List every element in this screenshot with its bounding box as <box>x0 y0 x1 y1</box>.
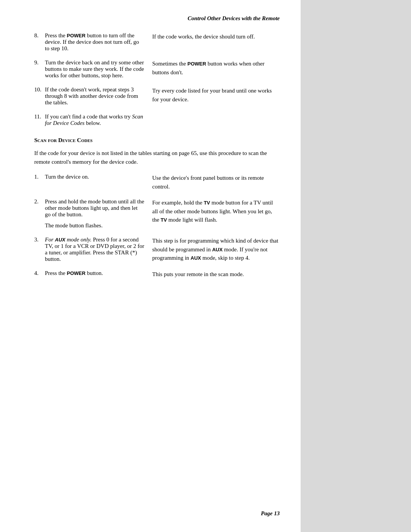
page-number: Page 13 <box>261 510 280 516</box>
step-9-text: Turn the device back on and try some oth… <box>45 59 145 79</box>
step-9-right-text: Sometimes the POWER button works when ot… <box>152 59 280 77</box>
scan-step-3-left: 3. For AUX mode only. Press 0 for a seco… <box>34 236 152 262</box>
scan-step-3-row: 3. For AUX mode only. Press 0 for a seco… <box>34 236 280 262</box>
scan-italic: Scan for Device Codes <box>45 113 143 126</box>
step-10-right-text: Try every code listed for your brand unt… <box>152 86 280 104</box>
step-11-number: 11. <box>34 113 45 126</box>
power-bold-8: POWER <box>67 33 86 38</box>
tv-bold-1: TV <box>204 200 210 206</box>
step-11-right <box>152 113 280 126</box>
power-bold-9: POWER <box>188 61 206 67</box>
step-9-row: 9. Turn the device back on and try some … <box>34 59 280 79</box>
scan-step-1-right: Use the device's front panel buttons or … <box>152 174 280 191</box>
scan-step-2-row: 2. Press and hold the mode button until … <box>34 198 280 229</box>
scan-step-1-number: 1. <box>34 174 45 180</box>
step-8-left: 8. Press the POWER button to turn off th… <box>34 32 152 52</box>
scan-step-3-right-text: This step is for programming which kind … <box>152 236 280 262</box>
scan-step-4-right-text: This puts your remote in the scan mode. <box>152 270 280 279</box>
scan-step-3-right: This step is for programming which kind … <box>152 236 280 262</box>
scan-step-2-right-text: For example, hold the TV mode button for… <box>152 198 280 224</box>
aux-bold-1: AUX <box>55 237 65 243</box>
step-9-left: 9. Turn the device back on and try some … <box>34 59 152 79</box>
scan-step-2-flash: The mode button flashes. <box>45 222 145 229</box>
step-9-right: Sometimes the POWER button works when ot… <box>152 59 280 79</box>
step-11-left: 11. If you can't find a code that works … <box>34 113 152 126</box>
step-9-number: 9. <box>34 59 45 79</box>
step-10-number: 10. <box>34 86 45 106</box>
scan-step-1-text: Turn the device on. <box>45 174 89 180</box>
page-container: Control Other Devices with the Remote 8.… <box>0 0 411 532</box>
aux-bold-3: AUX <box>191 255 201 261</box>
step-8-text: Press the POWER button to turn off the d… <box>45 32 145 52</box>
aux-bold-2: AUX <box>212 247 222 252</box>
scan-section-heading: Scan for Device Codes <box>34 137 280 144</box>
step-8-number: 8. <box>34 32 45 52</box>
scan-step-4-text: Press the POWER button. <box>45 270 103 276</box>
step-10-right: Try every code listed for your brand unt… <box>152 86 280 106</box>
scan-step-4-number: 4. <box>34 270 45 276</box>
step-10-row: 10. If the code doesn't work, repeat ste… <box>34 86 280 106</box>
scan-step-4-left: 4. Press the POWER button. <box>34 270 152 279</box>
page-header-title: Control Other Devices with the Remote <box>188 15 280 21</box>
page-footer: Page 13 <box>261 510 280 517</box>
scan-step-1-right-text: Use the device's front panel buttons or … <box>152 174 280 191</box>
step-11-row: 11. If you can't find a code that works … <box>34 113 280 126</box>
step-8-row: 8. Press the POWER button to turn off th… <box>34 32 280 52</box>
step-10-left: 10. If the code doesn't work, repeat ste… <box>34 86 152 106</box>
scan-step-4-row: 4. Press the POWER button. This puts you… <box>34 270 280 279</box>
scan-step-2-left: 2. Press and hold the mode button until … <box>34 198 152 229</box>
scan-step-1-left: 1. Turn the device on. <box>34 174 152 191</box>
step-10-text: If the code doesn't work, repeat steps 3… <box>45 86 145 106</box>
scan-step-2-content: Press and hold the mode button until all… <box>45 198 145 229</box>
scan-section-intro: If the code for your device is not liste… <box>34 149 280 166</box>
scan-step-3-number: 3. <box>34 236 45 262</box>
scan-step-2-right: For example, hold the TV mode button for… <box>152 198 280 229</box>
for-aux-italic: For AUX mode only. <box>45 236 91 243</box>
step-8-right: If the code works, the device should tur… <box>152 32 280 52</box>
step-8-right-text: If the code works, the device should tur… <box>152 32 280 41</box>
scan-step-2-number: 2. <box>34 198 45 229</box>
scan-step-1-row: 1. Turn the device on. Use the device's … <box>34 174 280 191</box>
page-header: Control Other Devices with the Remote <box>34 15 280 22</box>
step-11-text: If you can't find a code that works try … <box>45 113 145 126</box>
scan-step-2-text: Press and hold the mode button until all… <box>45 198 145 218</box>
power-bold-4: POWER <box>67 270 86 276</box>
tv-bold-2: TV <box>161 217 167 223</box>
scan-step-4-right: This puts your remote in the scan mode. <box>152 270 280 279</box>
main-content: Control Other Devices with the Remote 8.… <box>0 0 301 532</box>
scan-step-3-text: For AUX mode only. Press 0 for a second … <box>45 236 145 262</box>
sidebar-gray <box>301 0 411 532</box>
